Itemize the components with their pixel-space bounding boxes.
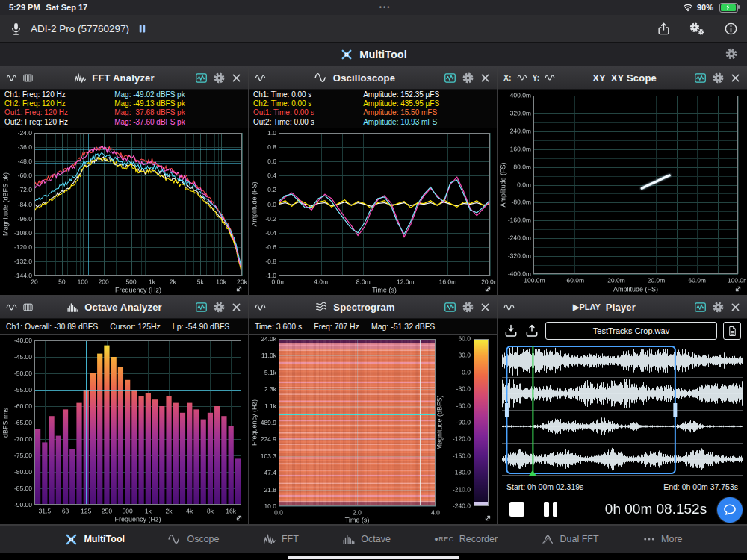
- fft-close-icon[interactable]: [231, 72, 242, 84]
- pause-stream-icon[interactable]: [137, 23, 148, 34]
- page-settings-gear-icon[interactable]: [725, 47, 738, 60]
- expand-icon[interactable]: [483, 513, 493, 523]
- spectrogram-close-icon[interactable]: [480, 302, 491, 313]
- trace-style-icon[interactable]: [694, 301, 707, 314]
- osc-close-icon[interactable]: [480, 72, 491, 84]
- status-date: Sat Sep 17: [46, 3, 88, 12]
- tab-recorder[interactable]: ●REC Recorder: [434, 534, 498, 544]
- bottom-tab-bar: MultiTool Oscope FFT Octave ●REC Recorde…: [0, 525, 747, 553]
- y-waveform-icon[interactable]: [545, 72, 555, 83]
- spectrogram-freq: Freq: 707 Hz: [314, 322, 359, 331]
- tab-multitool[interactable]: MultiTool: [64, 532, 125, 547]
- import-file-icon[interactable]: [503, 323, 518, 338]
- sine-icon: [168, 532, 182, 546]
- fft-ch1-mag: Mag: -49.02 dBFS pk: [114, 90, 244, 99]
- fft-spectrum-icon: [263, 532, 276, 546]
- device-name[interactable]: ADI-2 Pro (57760297): [31, 23, 129, 34]
- tab-dual-fft[interactable]: Dual FFT: [542, 532, 599, 546]
- tab-octave[interactable]: Octave: [342, 532, 391, 546]
- fft-ch1-freq: Ch1: Freq: 120 Hz: [4, 90, 114, 99]
- fft-panel-header: FFT Analyzer: [0, 66, 248, 90]
- spectrogram-chart[interactable]: [249, 335, 496, 525]
- xy-scope-chart[interactable]: [498, 90, 746, 296]
- file-info-icon[interactable]: [723, 322, 741, 340]
- multitask-dots[interactable]: •••: [379, 4, 391, 11]
- osc-out2-time: Out2: Time: 0.00 s: [253, 118, 363, 127]
- player-panel: ▶PLAY Player Start: 0h 00m 02.319s End: …: [498, 296, 747, 525]
- spectrogram-lines-icon: [314, 300, 328, 314]
- trace-style-icon[interactable]: [195, 72, 208, 84]
- stop-button[interactable]: [509, 502, 524, 517]
- spectrogram-time: Time: 3.600 s: [255, 322, 302, 331]
- expand-icon[interactable]: [733, 284, 743, 294]
- input-waveform-icon[interactable]: [6, 302, 17, 313]
- osc-settings-gear-icon[interactable]: [462, 72, 474, 84]
- player-waveform-canvas[interactable]: [502, 344, 743, 476]
- osc-out1-amp: Amplitude: 15.50 mFS: [363, 108, 492, 117]
- xy-close-icon[interactable]: [730, 72, 741, 84]
- osc-ch1-amp: Amplitude: 152.35 µFS: [363, 90, 492, 99]
- trace-style-icon[interactable]: [195, 301, 208, 314]
- player-panel-header: ▶PLAY Player: [498, 296, 747, 319]
- oscilloscope-chart[interactable]: [249, 128, 496, 296]
- playback-time: 0h 00m 08.152s: [577, 501, 735, 517]
- channel-select-icon[interactable]: [22, 72, 34, 84]
- tab-fft[interactable]: FFT: [263, 532, 299, 546]
- microphone-icon[interactable]: [9, 22, 23, 36]
- app-screen: 5:29 PM Sat Sep 17 ••• 90% ADI-2 Pro (57…: [0, 0, 747, 560]
- chat-support-button[interactable]: [717, 497, 743, 523]
- file-name-field[interactable]: [545, 322, 717, 340]
- xy-settings-gear-icon[interactable]: [712, 72, 725, 84]
- home-indicator[interactable]: [288, 556, 459, 559]
- fft-panel-title: FFT Analyzer: [92, 72, 155, 84]
- expand-icon[interactable]: [234, 284, 244, 294]
- status-time: 5:29 PM: [9, 3, 40, 12]
- input-waveform-icon[interactable]: [503, 302, 515, 313]
- settings-gears-icon[interactable]: [689, 21, 706, 37]
- tab-more[interactable]: More: [642, 532, 682, 546]
- info-icon[interactable]: [724, 22, 738, 36]
- expand-icon[interactable]: [234, 513, 244, 523]
- player-settings-gear-icon[interactable]: [712, 301, 725, 314]
- fft-settings-gear-icon[interactable]: [213, 72, 226, 84]
- octave-analyzer-panel: Octave Analyzer Ch1: Overall: -30.89 dBF…: [0, 296, 249, 525]
- octave-settings-gear-icon[interactable]: [213, 301, 226, 314]
- octave-lp: Lp: -54.90 dBFS: [173, 322, 229, 331]
- xy-panel-title: XY Scope: [611, 72, 657, 84]
- selection-times: Start: 0h 00m 02.319s End: 0h 00m 37.753…: [498, 479, 747, 494]
- trace-style-icon[interactable]: [444, 72, 456, 84]
- octave-readout: Ch1: Overall: -30.89 dBFS Cursor: 125Hz …: [0, 319, 248, 335]
- waveform-display[interactable]: [498, 343, 747, 479]
- trace-style-icon[interactable]: [444, 301, 456, 314]
- share-icon[interactable]: [657, 22, 671, 36]
- selection-end: End: 0h 00m 37.753s: [663, 482, 738, 491]
- tool-grid: FFT Analyzer Ch1: Freq: 120 HzMag: -49.0…: [0, 66, 747, 525]
- oscilloscope-panel: Oscilloscope Ch1: Time: 0.00 sAmplitude:…: [249, 66, 498, 296]
- octave-panel-title: Octave Analyzer: [84, 302, 162, 313]
- multitool-nav-bar: MultiTool: [0, 43, 747, 66]
- app-toolbar: ADI-2 Pro (57760297): [0, 15, 747, 43]
- export-file-icon[interactable]: [524, 323, 539, 338]
- fft-out1-mag: Mag: -37.68 dBFS pk: [114, 108, 244, 117]
- pause-button[interactable]: [544, 502, 557, 517]
- battery-percent: 90%: [697, 3, 713, 12]
- input-waveform-icon[interactable]: [255, 302, 266, 313]
- play-status-label[interactable]: ▶PLAY: [573, 302, 601, 312]
- fft-out2-freq: Out2: Freq: 120 Hz: [4, 118, 114, 127]
- expand-icon[interactable]: [483, 284, 493, 294]
- player-close-icon[interactable]: [730, 302, 741, 313]
- player-panel-title: Player: [606, 302, 636, 313]
- trace-style-icon[interactable]: [694, 72, 707, 84]
- octave-close-icon[interactable]: [231, 302, 242, 313]
- page-title: MultiTool: [359, 49, 406, 60]
- tab-oscope[interactable]: Oscope: [168, 532, 219, 546]
- fft-chart[interactable]: [0, 128, 247, 296]
- spectrogram-settings-gear-icon[interactable]: [462, 301, 474, 314]
- multitool-icon: [340, 48, 353, 61]
- fft-spectrum-icon: [74, 72, 87, 84]
- octave-chart[interactable]: [0, 335, 247, 525]
- channel-select-icon[interactable]: [22, 302, 34, 313]
- x-waveform-icon[interactable]: [517, 72, 527, 83]
- input-waveform-icon[interactable]: [6, 72, 17, 84]
- input-waveform-icon[interactable]: [255, 72, 266, 84]
